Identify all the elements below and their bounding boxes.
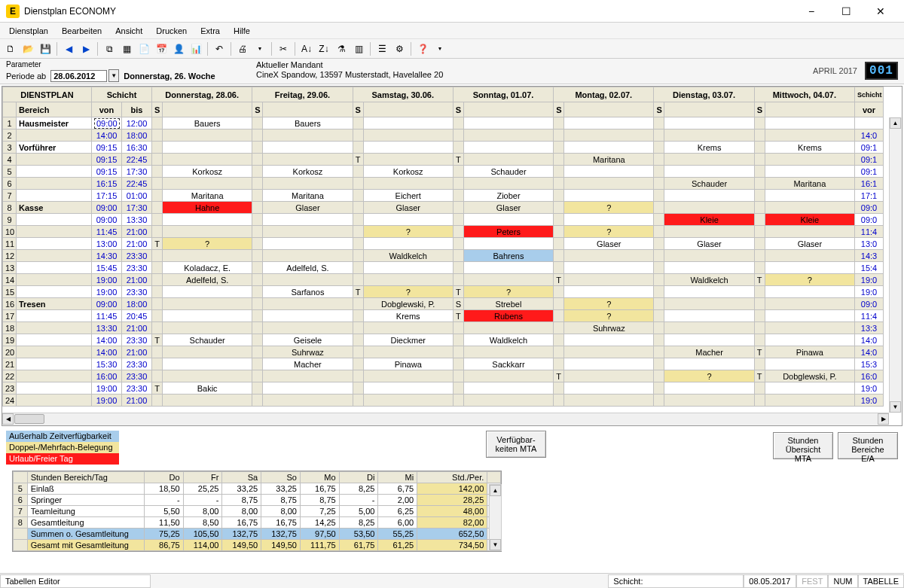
s-cell[interactable]: T xyxy=(754,370,765,382)
assignment-cell[interactable] xyxy=(363,382,453,395)
assignment-cell[interactable] xyxy=(664,382,754,395)
s-cell[interactable]: T xyxy=(152,382,163,395)
assignment-cell[interactable]: Korkosz xyxy=(163,166,252,178)
summary-row[interactable]: 8Gesamtleitung11,508,5016,7516,7514,258,… xyxy=(14,517,501,529)
von-cell[interactable]: 14:00 xyxy=(92,129,122,142)
bis-cell[interactable]: 23:30 xyxy=(122,334,152,346)
header-s[interactable]: S xyxy=(654,102,664,117)
s-cell[interactable] xyxy=(453,395,463,407)
bereich-cell[interactable] xyxy=(17,395,92,407)
s-cell[interactable] xyxy=(453,274,463,286)
table-row[interactable]: 2014:0021:00SuhrwazMacherTPinawa14:0 xyxy=(3,346,902,358)
s-cell[interactable] xyxy=(754,395,765,407)
s-cell[interactable] xyxy=(353,250,363,262)
von-cell[interactable]: 09:00 xyxy=(92,117,122,129)
table-row[interactable]: 409:1522:45TTMaritana09:1 xyxy=(3,154,902,166)
s-cell[interactable] xyxy=(353,322,363,334)
vor-cell[interactable]: 16:1 xyxy=(855,178,884,190)
vor-cell[interactable]: 15:3 xyxy=(855,358,884,370)
assignment-cell[interactable]: Pinawa xyxy=(363,358,453,370)
assignment-cell[interactable] xyxy=(564,346,654,358)
assignment-cell[interactable] xyxy=(765,286,854,298)
s-cell[interactable] xyxy=(554,250,564,262)
bereich-cell[interactable] xyxy=(17,346,92,358)
assignment-cell[interactable] xyxy=(263,382,353,395)
s-cell[interactable] xyxy=(252,382,263,395)
vertical-scrollbar[interactable]: ▲ ▼ xyxy=(889,117,902,413)
assignment-cell[interactable]: Maritana xyxy=(564,154,654,166)
s-cell[interactable] xyxy=(453,178,463,190)
assignment-cell[interactable]: ? xyxy=(564,202,654,214)
s-cell[interactable] xyxy=(252,178,263,190)
assignment-cell[interactable] xyxy=(163,178,252,190)
s-cell[interactable] xyxy=(353,346,363,358)
von-cell[interactable]: 19:00 xyxy=(92,286,122,298)
header-s[interactable]: S xyxy=(152,102,163,117)
doc-icon[interactable]: 📄 xyxy=(136,41,151,56)
s-cell[interactable] xyxy=(353,334,363,346)
stunden-bereiche-button[interactable]: Stunden Bereiche E/A xyxy=(838,432,898,459)
horizontal-scrollbar[interactable]: ◀ ▶ xyxy=(2,413,889,425)
s-cell[interactable] xyxy=(152,142,163,154)
assignment-cell[interactable] xyxy=(564,382,654,395)
assignment-cell[interactable] xyxy=(163,286,252,298)
assignment-cell[interactable] xyxy=(664,154,754,166)
assignment-cell[interactable] xyxy=(664,166,754,178)
assignment-cell[interactable] xyxy=(564,214,654,226)
vor-cell[interactable]: 14:3 xyxy=(855,250,884,262)
von-cell[interactable]: 09:15 xyxy=(92,154,122,166)
scroll-up-icon[interactable]: ▲ xyxy=(490,485,501,496)
assignment-cell[interactable] xyxy=(664,262,754,274)
bereich-cell[interactable] xyxy=(17,154,92,166)
s-cell[interactable]: T xyxy=(754,274,765,286)
s-cell[interactable] xyxy=(453,370,463,382)
s-cell[interactable] xyxy=(252,226,263,238)
assignment-cell[interactable] xyxy=(163,310,252,322)
table-row[interactable]: 8Kasse09:0017:30HahneGlaserGlaserGlaser?… xyxy=(3,202,902,214)
bis-cell[interactable]: 17:30 xyxy=(122,202,152,214)
save-icon[interactable]: 💾 xyxy=(38,41,53,56)
s-cell[interactable] xyxy=(252,322,263,334)
von-cell[interactable]: 09:00 xyxy=(92,298,122,310)
s-cell[interactable] xyxy=(453,190,463,202)
s-cell[interactable] xyxy=(353,117,363,129)
assignment-cell[interactable]: Maritana xyxy=(263,190,353,202)
bereich-cell[interactable] xyxy=(17,262,92,274)
s-cell[interactable] xyxy=(754,322,765,334)
vor-cell[interactable]: 11:4 xyxy=(855,226,884,238)
assignment-cell[interactable] xyxy=(564,370,654,382)
assignment-cell[interactable] xyxy=(765,382,854,395)
s-cell[interactable] xyxy=(554,382,564,395)
assignment-cell[interactable]: Sackkarr xyxy=(463,358,553,370)
assignment-cell[interactable]: Adelfeld, S. xyxy=(263,262,353,274)
vor-cell[interactable]: 09:1 xyxy=(855,166,884,178)
assignment-cell[interactable] xyxy=(463,142,553,154)
close-button[interactable]: ✕ xyxy=(863,0,898,23)
s-cell[interactable]: T xyxy=(453,154,463,166)
table-row[interactable]: 16Tresen09:0018:00Dobglewski, P.SStrebel… xyxy=(3,298,902,310)
assignment-cell[interactable]: Glaser xyxy=(263,202,353,214)
header-day-1[interactable]: Freitag, 29.06. xyxy=(252,87,353,102)
von-cell[interactable]: 09:00 xyxy=(92,202,122,214)
prev-icon[interactable]: ◀ xyxy=(61,41,76,56)
bereich-cell[interactable] xyxy=(17,370,92,382)
s-cell[interactable] xyxy=(554,226,564,238)
bereich-cell[interactable] xyxy=(17,334,92,346)
bereich-cell[interactable] xyxy=(17,310,92,322)
s-cell[interactable] xyxy=(252,154,263,166)
s-cell[interactable] xyxy=(554,358,564,370)
assignment-cell[interactable] xyxy=(765,117,854,129)
assignment-cell[interactable] xyxy=(163,226,252,238)
bereich-cell[interactable] xyxy=(17,382,92,395)
s-cell[interactable] xyxy=(654,370,664,382)
assignment-cell[interactable] xyxy=(564,395,654,407)
assignment-cell[interactable]: Schauder xyxy=(163,334,252,346)
s-cell[interactable] xyxy=(152,346,163,358)
assignment-cell[interactable] xyxy=(765,298,854,310)
von-cell[interactable]: 11:45 xyxy=(92,310,122,322)
calendar-icon[interactable]: 📅 xyxy=(154,41,169,56)
s-cell[interactable] xyxy=(252,250,263,262)
table-row[interactable]: 909:0013:30KleieKleie09:0 xyxy=(3,214,902,226)
s-cell[interactable] xyxy=(252,346,263,358)
vor-cell[interactable]: 19:0 xyxy=(855,382,884,395)
